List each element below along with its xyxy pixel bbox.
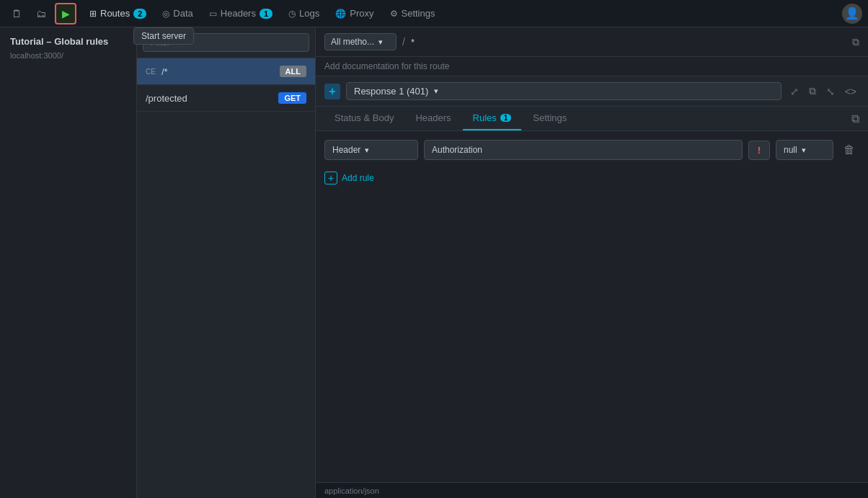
route-documentation[interactable]: Add documentation for this route [316,57,868,76]
top-nav: ⊞ Routes 2 ◎ Data ▭ Headers 1 ◷ Logs 🌐 P… [82,4,442,22]
sidebar: Tutorial – Global rules localhost:3000/ [0,27,137,498]
logs-icon: ◷ [288,9,296,19]
sidebar-title: Tutorial – Global rules [0,27,136,50]
file-icon-button[interactable]: 🗒 [6,3,27,25]
file-icon: 🗒 [12,8,22,19]
user-icon: 👤 [845,6,859,20]
rules-content: Header ! null 🗑 + Add rule [316,131,868,482]
response-header: + Response 1 (401) ⤢ ⧉ ⤡ <> [316,76,868,107]
play-icon: ▶ [62,8,70,19]
settings-icon: ⚙ [390,9,398,19]
response-section: + Response 1 (401) ⤢ ⧉ ⤡ <> Status & Bod… [316,76,868,498]
start-server-button[interactable]: ▶ [55,3,76,25]
routes-icon: ⊞ [89,9,97,19]
method-select[interactable]: All metho... [324,33,397,50]
route-badge-get: GET [278,92,306,104]
tab-headers[interactable]: Headers [405,107,461,130]
content-type-label: application/json [324,486,379,495]
plus-icon: + [329,85,335,98]
add-rule-button[interactable]: + Add rule [324,169,859,187]
collapse-icon[interactable]: ⤡ [823,84,838,99]
route-url-bar: All metho... / ⧉ [316,27,868,57]
sidebar-subtitle: localhost:3000/ [0,50,136,67]
nav-headers[interactable]: ▭ Headers 1 [202,4,280,22]
copy-tabs-icon[interactable]: ⧉ [851,112,859,125]
tabs-bar: Status & Body Headers Rules 1 Settings ⧉ [316,107,868,131]
route-code-icon: CE [146,68,156,76]
folder-icon-button[interactable]: 🗂 [30,3,52,25]
proxy-icon: 🌐 [335,9,346,19]
add-response-button[interactable]: + [324,84,340,99]
open-external-icon[interactable]: ⧉ [852,36,859,48]
toolbar: 🗒 🗂 ▶ Start server ⊞ Routes 2 ◎ Data ▭ H… [0,0,868,27]
rule-delete-button[interactable]: 🗑 [839,141,859,159]
url-separator: / [402,36,405,48]
headers-icon: ▭ [209,9,217,19]
nav-routes[interactable]: ⊞ Routes 2 [82,4,154,22]
rule-row: Header ! null 🗑 [324,140,859,160]
expand-icon[interactable]: ⤢ [787,84,802,99]
tab-rules[interactable]: Rules 1 [463,107,522,130]
tab-status-body[interactable]: Status & Body [324,107,404,130]
main-layout: Tutorial – Global rules localhost:3000/ … [0,27,868,498]
rule-operator-button[interactable]: ! [748,141,770,160]
rule-value-input[interactable] [424,140,743,160]
routes-panel: CE /* ALL /protected GET [137,27,316,498]
nav-data[interactable]: ◎ Data [155,4,200,22]
route-badge-all: ALL [280,66,306,77]
trash-icon: 🗑 [843,143,855,156]
tab-settings[interactable]: Settings [523,107,577,130]
start-server-tooltip: Start server [133,27,194,45]
route-item-wildcard[interactable]: CE /* ALL [137,58,315,85]
user-avatar[interactable]: 👤 [842,4,862,24]
code-icon[interactable]: <> [842,84,859,99]
folder-icon: 🗂 [36,8,46,19]
response-actions: ⤢ ⧉ ⤡ <> [787,84,859,99]
add-rule-icon: + [324,172,337,184]
nav-logs[interactable]: ◷ Logs [281,4,327,22]
nav-settings[interactable]: ⚙ Settings [383,4,443,22]
rule-type-select[interactable]: Header [324,140,418,160]
route-item-protected[interactable]: /protected GET [137,85,315,112]
content-area: All metho... / ⧉ Add documentation for t… [316,27,868,498]
duplicate-icon[interactable]: ⧉ [806,84,819,99]
data-icon: ◎ [162,9,169,19]
rule-null-select[interactable]: null [776,140,833,160]
url-path-input[interactable] [411,37,846,48]
response-select[interactable]: Response 1 (401) [346,82,781,100]
rules-badge: 1 [500,114,512,122]
status-bar: application/json [316,482,868,498]
nav-proxy[interactable]: 🌐 Proxy [328,4,381,22]
